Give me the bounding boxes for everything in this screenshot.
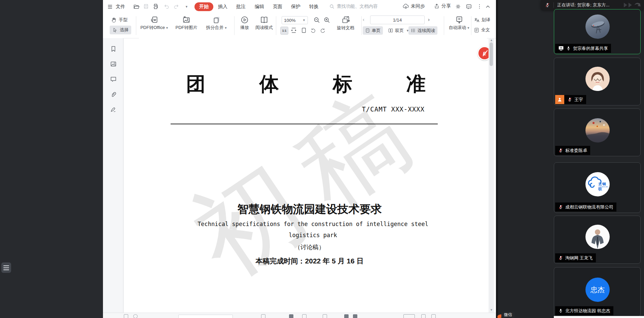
status-icon[interactable] — [289, 314, 293, 318]
translate-full-button[interactable]: 全文 — [474, 27, 490, 33]
rotate-right-icon[interactable] — [319, 27, 326, 34]
fit-width-icon[interactable] — [290, 27, 297, 34]
open-icon[interactable] — [133, 3, 140, 10]
fit-page-icon[interactable] — [300, 27, 307, 34]
pdf-to-office-label: PDF转Office — [140, 25, 165, 30]
outline-widget-button[interactable] — [1, 262, 11, 273]
participant-tile[interactable]: 忠杰 北方恒达物流园 韩忠杰 — [554, 267, 641, 317]
sync-status-label: 未同步 — [411, 3, 425, 9]
comments-panel-icon[interactable] — [110, 76, 117, 83]
document-standard-heading: 团 体 标 准 — [186, 74, 426, 94]
next-page-icon[interactable]: › — [428, 17, 430, 22]
wechat-taskbar-label[interactable]: 微信 — [501, 312, 515, 318]
quick-access-dropdown-icon[interactable]: ▼ — [185, 5, 188, 8]
pdf-to-image-icon — [182, 15, 191, 24]
tab-convert[interactable]: 转换 — [309, 4, 319, 10]
document-subtitle-en-line1: Technical specifications for the constru… — [139, 221, 487, 227]
avatar — [585, 14, 610, 39]
status-icon[interactable] — [353, 314, 357, 318]
status-icon[interactable] — [344, 314, 349, 318]
participant-tile[interactable]: 标准委陈卓 — [554, 108, 641, 156]
double-page-button[interactable]: 双页 ▼ — [386, 26, 411, 35]
search-input[interactable]: 查找功能、文档内容 — [329, 3, 378, 9]
translate-word-button[interactable]: 划译 — [474, 17, 490, 23]
pdf-to-office-button[interactable]: PDF转Office▼ — [139, 15, 170, 31]
auto-scroll-button[interactable]: 自动滚动▼ — [445, 15, 473, 31]
status-page-slider[interactable] — [178, 315, 233, 318]
avatar: 忠杰 — [585, 278, 610, 302]
scroll-up-icon[interactable]: ▲ — [490, 38, 493, 42]
meeting-nav-arrows-icon[interactable] — [622, 1, 641, 9]
status-icon[interactable] — [124, 314, 128, 318]
share-button[interactable]: 分享 — [434, 3, 451, 9]
hamburger-menu-icon[interactable] — [107, 4, 113, 10]
participant-tile[interactable]: 淘钢网 王龙飞 — [554, 216, 641, 264]
taskbar-strip — [554, 316, 644, 318]
collapse-ribbon-icon[interactable] — [485, 4, 491, 9]
tab-edit[interactable]: 编辑 — [255, 4, 264, 10]
speaking-banner[interactable]: 正在讲话: 贺宗春; 京东方... — [541, 0, 644, 10]
page-number-input[interactable]: 1/14 — [370, 15, 425, 24]
avatar — [585, 118, 610, 142]
search-icon — [329, 4, 335, 9]
vertical-scrollbar[interactable] — [489, 38, 494, 313]
participant-tile[interactable]: 贺宗春的屏幕共享 — [554, 9, 641, 54]
read-mode-button[interactable]: 阅读模式 — [254, 15, 275, 31]
status-icon[interactable] — [302, 314, 307, 318]
participant-name: 淘钢网 王龙飞 — [565, 255, 593, 261]
file-menu[interactable]: 文件 — [116, 4, 125, 10]
pdf-to-image-button[interactable]: PDF转图片 — [172, 15, 201, 31]
participant-tile[interactable]: 云钢联 YUNGANGLIAN 成都云钢联物流有限公司 — [554, 162, 641, 213]
tab-home[interactable]: 开始 — [194, 2, 213, 11]
select-tool-button[interactable]: 选择 — [110, 26, 131, 34]
tab-page[interactable]: 页面 — [273, 4, 282, 10]
list-icon — [3, 265, 9, 266]
play-button[interactable]: 播放 — [237, 15, 252, 31]
print-icon[interactable] — [152, 3, 159, 10]
save-icon[interactable] — [143, 3, 149, 9]
wps-pdf-window: 文件 ▼ 开始 插入 批注 编辑 页面 保护 转换 — [103, 0, 496, 318]
hand-tool-button[interactable]: 手型 — [111, 16, 128, 24]
mic-muted-icon — [558, 255, 563, 260]
single-page-button[interactable]: 单页 — [363, 26, 383, 35]
status-icon[interactable] — [323, 314, 327, 318]
continuous-read-button[interactable]: 连续阅读 — [408, 26, 437, 35]
tab-comment[interactable]: 批注 — [236, 4, 246, 10]
document-page[interactable]: 初稿 团 体 标 准 T/CAMT XXX-XXXX 智慧钢铁物流园建设技术要求… — [139, 38, 487, 313]
translate-word-label: 划译 — [481, 17, 490, 23]
images-panel-icon[interactable] — [110, 61, 117, 67]
cloud-sync-icon — [402, 3, 409, 10]
prev-page-icon[interactable]: ‹ — [363, 17, 364, 22]
rotate-document-button[interactable]: 旋转文档 — [334, 15, 357, 31]
sync-status-button[interactable]: 未同步 — [402, 3, 425, 10]
split-merge-label: 拆分合并 — [206, 25, 224, 30]
status-icon[interactable] — [261, 314, 265, 318]
status-icon[interactable] — [431, 314, 436, 318]
signature-panel-icon[interactable] — [110, 106, 117, 113]
status-icon[interactable] — [133, 314, 138, 318]
zoom-out-icon[interactable] — [313, 17, 320, 24]
document-subtitle-en-line2: logistics park — [139, 232, 487, 238]
scrollbar-thumb[interactable] — [490, 42, 493, 66]
tab-protect[interactable]: 保护 — [291, 4, 300, 10]
zoom-level-select[interactable]: 100% ▼ — [282, 16, 308, 24]
scroll-down-icon[interactable]: ▼ — [490, 308, 493, 312]
zoom-level-value: 100% — [284, 18, 296, 23]
settings-gear-icon[interactable] — [455, 3, 461, 10]
participant-tile[interactable]: 王宇 — [554, 58, 641, 105]
undo-icon[interactable] — [164, 4, 170, 9]
book-icon — [260, 15, 269, 24]
attachments-panel-icon[interactable] — [110, 91, 117, 98]
feedback-comment-icon[interactable] — [466, 3, 472, 10]
zoom-in-icon[interactable] — [323, 17, 330, 24]
actual-size-button[interactable]: 1:1 — [280, 27, 288, 35]
rotate-left-icon[interactable] — [310, 27, 317, 34]
more-kebab-icon[interactable] — [476, 3, 482, 10]
ribbon-toolbar: 手型 选择 PDF转Office▼ PDF转图片 拆分合并▼ — [103, 13, 496, 38]
bookmarks-panel-icon[interactable] — [110, 45, 117, 52]
split-merge-button[interactable]: 拆分合并▼ — [203, 15, 231, 31]
redo-icon[interactable] — [173, 4, 179, 9]
status-icon[interactable] — [421, 314, 426, 318]
status-icon[interactable] — [403, 314, 415, 318]
tab-insert[interactable]: 插入 — [218, 4, 227, 10]
